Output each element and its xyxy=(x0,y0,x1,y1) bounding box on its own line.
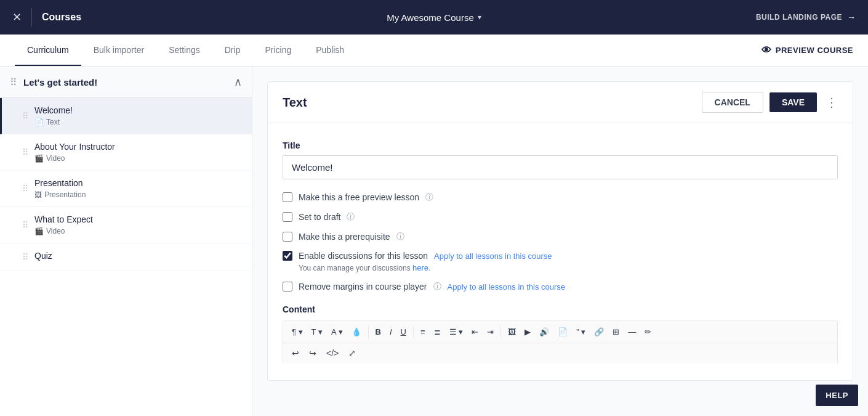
lesson-type-label-expect: Video xyxy=(46,227,65,235)
lesson-type-label-welcome: Text xyxy=(46,118,60,126)
discussions-checkbox[interactable] xyxy=(283,251,292,261)
course-title[interactable]: My Awesome Course xyxy=(387,12,473,23)
lesson-title-expect: What to Expect xyxy=(34,214,242,224)
course-dropdown-icon[interactable]: ▾ xyxy=(478,13,481,22)
cancel-button[interactable]: CANCEL xyxy=(702,92,763,113)
clear-format-button[interactable]: ✏ xyxy=(641,325,655,339)
toolbar-separator-2 xyxy=(413,326,414,338)
text-type-icon: 📄 xyxy=(34,118,44,126)
apply-margins-link[interactable]: Apply to all lessons in this course xyxy=(448,282,565,292)
image-button[interactable]: 🖼 xyxy=(504,325,520,339)
collapse-section-icon[interactable]: ∧ xyxy=(234,75,242,89)
editor-toolbar: ¶ ▾ T ▾ A ▾ 💧 B I U ≡ ≣ ☰ ▾ ⇤ ⇥ 🖼 ▶ xyxy=(283,320,838,343)
vertical-divider xyxy=(31,8,32,27)
discussions-here-link[interactable]: here. xyxy=(412,263,431,272)
underline-button[interactable]: U xyxy=(397,325,410,339)
tab-bulk-importer[interactable]: Bulk importer xyxy=(81,35,156,66)
margins-label: Remove margins in course player xyxy=(299,282,427,292)
lesson-type-presentation: 🖼 Presentation xyxy=(34,190,242,199)
main-layout: ⠿ Let's get started! ∧ ⠿ Welcome! 📄 Text… xyxy=(0,67,868,416)
draft-checkbox[interactable] xyxy=(283,212,292,222)
bullet-list-button[interactable]: ≡ xyxy=(417,325,429,339)
toolbar-separator-1 xyxy=(368,326,369,338)
link-button[interactable]: 🔗 xyxy=(590,325,608,339)
redo-button[interactable]: ↪ xyxy=(305,346,320,361)
prerequisite-label: Make this a prerequisite xyxy=(299,232,390,242)
tab-settings[interactable]: Settings xyxy=(156,35,212,66)
tab-drip[interactable]: Drip xyxy=(212,35,253,66)
lesson-drag-handle[interactable]: ⠿ xyxy=(22,252,28,262)
minus-button[interactable]: — xyxy=(624,325,640,339)
lesson-item-expect[interactable]: ⠿ What to Expect 🎬 Video xyxy=(0,207,252,243)
help-button[interactable]: HELP xyxy=(816,385,858,406)
quote-button[interactable]: " ▾ xyxy=(573,325,589,339)
font-color-button[interactable]: A ▾ xyxy=(328,325,347,339)
source-button[interactable]: </> xyxy=(323,346,342,361)
indent-left-button[interactable]: ⇤ xyxy=(468,325,482,339)
tab-curriculum[interactable]: Curriculum xyxy=(15,35,81,66)
lesson-type-welcome: 📄 Text xyxy=(34,118,242,126)
ordered-list-button[interactable]: ≣ xyxy=(430,325,444,339)
lesson-item-presentation[interactable]: ⠿ Presentation 🖼 Presentation xyxy=(0,171,252,207)
table-button[interactable]: ⊞ xyxy=(609,325,623,339)
apply-discussions-link[interactable]: Apply to all lessons in this course xyxy=(434,251,552,261)
lesson-drag-handle[interactable]: ⠿ xyxy=(22,111,28,121)
title-input[interactable] xyxy=(283,155,838,179)
sidebar: ⠿ Let's get started! ∧ ⠿ Welcome! 📄 Text… xyxy=(0,67,252,416)
save-button[interactable]: SAVE xyxy=(770,92,817,112)
build-landing-page-button[interactable]: BUILD LANDING PAGE xyxy=(756,13,842,22)
margins-checkbox[interactable] xyxy=(283,282,292,292)
lesson-info-welcome: Welcome! 📄 Text xyxy=(34,105,242,126)
lesson-drag-handle[interactable]: ⠿ xyxy=(22,184,28,194)
more-options-icon[interactable]: ⋮ xyxy=(826,95,838,110)
top-bar: ✕ Courses My Awesome Course ▾ BUILD LAND… xyxy=(0,0,868,35)
checkbox-row-discussions: Enable discussions for this lesson Apply… xyxy=(283,251,838,272)
close-icon[interactable]: ✕ xyxy=(12,10,22,24)
header-actions: CANCEL SAVE ⋮ xyxy=(702,92,838,113)
draft-label: Set to draft xyxy=(299,212,340,222)
editor-toolbar-row2: ↩ ↪ </> ⤢ xyxy=(283,343,838,363)
courses-label: Courses xyxy=(42,12,81,23)
bold-button[interactable]: B xyxy=(372,325,385,339)
free-preview-info-icon[interactable]: ⓘ xyxy=(425,192,433,203)
lesson-item-about[interactable]: ⠿ About Your Instructor 🎬 Video xyxy=(0,134,252,171)
file-button[interactable]: 📄 xyxy=(554,325,571,339)
preview-course-button[interactable]: 👁 PREVIEW COURSE xyxy=(762,45,853,56)
section-header: ⠿ Let's get started! ∧ xyxy=(0,67,252,98)
video-button[interactable]: ▶ xyxy=(521,325,534,339)
lesson-drag-handle[interactable]: ⠿ xyxy=(22,147,28,157)
prerequisite-checkbox[interactable] xyxy=(283,232,292,242)
highlight-button[interactable]: 💧 xyxy=(348,325,365,339)
audio-button[interactable]: 🔊 xyxy=(536,325,553,339)
checkbox-row-free-preview: Make this a free preview lesson ⓘ xyxy=(283,192,838,203)
margins-info-icon[interactable]: ⓘ xyxy=(433,281,441,292)
draft-info-icon[interactable]: ⓘ xyxy=(347,211,355,222)
lesson-drag-handle[interactable]: ⠿ xyxy=(22,220,28,230)
editor-header: Text CANCEL SAVE ⋮ xyxy=(268,82,853,123)
italic-button[interactable]: I xyxy=(386,325,396,339)
lesson-item-welcome[interactable]: ⠿ Welcome! 📄 Text xyxy=(0,98,252,134)
top-bar-right: BUILD LANDING PAGE → xyxy=(756,12,856,22)
align-button[interactable]: ☰ ▾ xyxy=(446,325,467,339)
discussions-subtext: You can manage your discussions here. xyxy=(283,263,838,272)
editor-header-title: Text xyxy=(283,96,702,110)
tab-publish[interactable]: Publish xyxy=(303,35,356,66)
tab-pricing[interactable]: Pricing xyxy=(252,35,303,66)
fullscreen-button[interactable]: ⤢ xyxy=(345,346,360,361)
section-drag-handle[interactable]: ⠿ xyxy=(10,76,17,88)
indent-right-button[interactable]: ⇥ xyxy=(483,325,497,339)
paragraph-button[interactable]: ¶ ▾ xyxy=(288,325,307,339)
prerequisite-info-icon[interactable]: ⓘ xyxy=(396,231,404,242)
content-area: Text CANCEL SAVE ⋮ Title Mak xyxy=(252,67,868,416)
checkbox-row-draft: Set to draft ⓘ xyxy=(283,211,838,222)
undo-button[interactable]: ↩ xyxy=(288,346,303,361)
video-type-icon-expect: 🎬 xyxy=(34,227,44,235)
lesson-title-quiz: Quiz xyxy=(34,251,242,261)
text-size-button[interactable]: T ▾ xyxy=(308,325,326,339)
checkbox-group: Make this a free preview lesson ⓘ Set to… xyxy=(283,192,838,292)
preview-course-label: PREVIEW COURSE xyxy=(776,46,853,55)
lesson-item-quiz[interactable]: ⠿ Quiz xyxy=(0,243,252,271)
video-type-icon-about: 🎬 xyxy=(34,154,44,163)
free-preview-checkbox[interactable] xyxy=(283,192,292,202)
lesson-title-presentation: Presentation xyxy=(34,178,242,188)
